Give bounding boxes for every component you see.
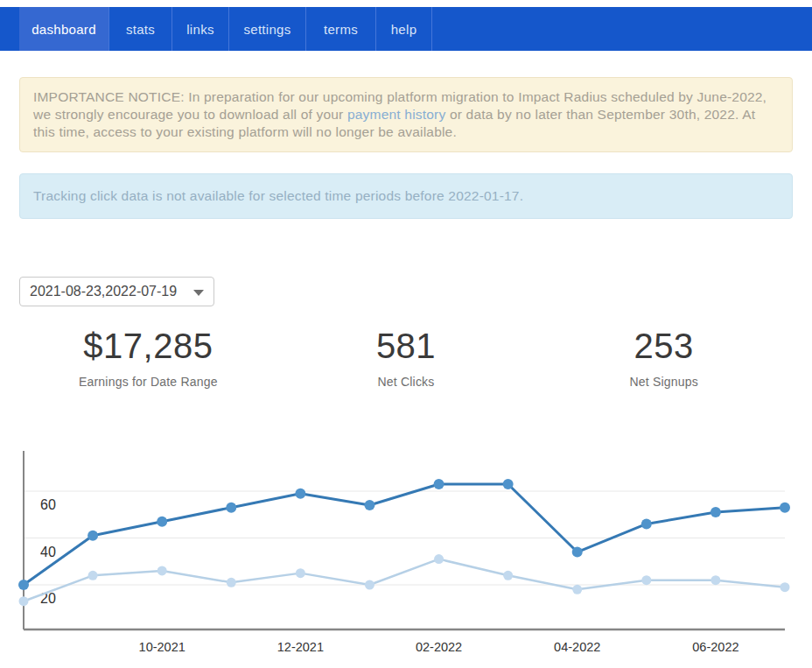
- series-light-blue-point-0[interactable]: [19, 596, 29, 606]
- date-range-value: 2021-08-23,2022-07-19: [30, 284, 177, 299]
- series-light-blue-line: [24, 559, 785, 601]
- chevron-down-icon: [193, 290, 204, 296]
- series-dark-blue-point-8[interactable]: [572, 547, 583, 558]
- chart-y-tick-label: 60: [40, 497, 56, 512]
- series-light-blue-point-4[interactable]: [296, 568, 305, 578]
- chart-x-tick-label: 12-2021: [277, 640, 324, 654]
- nav-tab-stats[interactable]: stats: [109, 7, 172, 51]
- series-light-blue-point-10[interactable]: [710, 575, 720, 585]
- clicks-signups-line-chart: 20406010-202112-202102-202204-202206-202…: [0, 440, 812, 667]
- payment-history-link[interactable]: payment history: [347, 107, 445, 122]
- migration-notice: IMPORTANCE NOTICE: In preparation for ou…: [19, 77, 793, 152]
- series-light-blue-point-11[interactable]: [780, 582, 790, 592]
- tracking-notice-text: Tracking click data is not available for…: [33, 188, 523, 203]
- series-light-blue-point-7[interactable]: [503, 571, 513, 580]
- main-content: IMPORTANCE NOTICE: In preparation for ou…: [0, 77, 812, 667]
- net-signups-label: Net Signups: [535, 375, 793, 389]
- tracking-notice: Tracking click data is not available for…: [19, 173, 793, 219]
- net-clicks-value: 581: [277, 327, 536, 366]
- nav-tab-help[interactable]: help: [376, 7, 432, 51]
- series-light-blue-point-5[interactable]: [365, 580, 374, 590]
- top-navigation: dashboard stats links settings terms hel…: [0, 7, 812, 51]
- chart-x-tick-label: 02-2022: [416, 640, 462, 654]
- stat-net-signups: 253 Net Signups: [535, 327, 793, 389]
- stat-earnings: $17,285 Earnings for Date Range: [19, 327, 277, 389]
- net-clicks-label: Net Clicks: [277, 375, 536, 389]
- nav-tab-links[interactable]: links: [172, 7, 229, 51]
- nav-tab-settings[interactable]: settings: [229, 7, 306, 51]
- series-dark-blue-line: [24, 484, 785, 585]
- series-dark-blue-point-10[interactable]: [710, 507, 721, 517]
- earnings-label: Earnings for Date Range: [19, 375, 277, 389]
- series-light-blue-point-8[interactable]: [572, 585, 582, 594]
- series-dark-blue-point-1[interactable]: [88, 531, 98, 541]
- series-dark-blue-point-4[interactable]: [295, 489, 305, 499]
- stats-row: $17,285 Earnings for Date Range 581 Net …: [19, 327, 793, 389]
- stat-net-clicks: 581 Net Clicks: [277, 327, 536, 389]
- chart-y-tick-label: 40: [40, 545, 56, 559]
- nav-left-spacer: [0, 7, 19, 51]
- series-dark-blue-point-11[interactable]: [780, 503, 790, 513]
- series-dark-blue-point-9[interactable]: [641, 518, 652, 529]
- series-light-blue-point-9[interactable]: [641, 575, 651, 585]
- series-dark-blue-point-0[interactable]: [18, 580, 29, 590]
- series-light-blue-point-3[interactable]: [227, 578, 236, 587]
- chart-x-tick-label: 10-2021: [139, 640, 186, 654]
- nav-tab-dashboard[interactable]: dashboard: [19, 7, 109, 51]
- series-dark-blue-point-2[interactable]: [157, 517, 167, 527]
- net-signups-value: 253: [535, 327, 793, 366]
- chart-x-tick-label: 04-2022: [554, 640, 600, 654]
- series-dark-blue-point-3[interactable]: [226, 503, 236, 513]
- series-dark-blue-point-5[interactable]: [364, 500, 374, 510]
- chart-x-tick-label: 06-2022: [692, 640, 738, 654]
- series-dark-blue-point-6[interactable]: [434, 479, 444, 489]
- series-light-blue-point-1[interactable]: [88, 571, 98, 580]
- chart-section: 20406010-202112-202102-202204-202206-202…: [0, 440, 793, 667]
- series-light-blue-point-6[interactable]: [434, 554, 444, 564]
- series-light-blue-point-2[interactable]: [158, 566, 167, 575]
- earnings-value: $17,285: [19, 327, 277, 366]
- date-range-dropdown[interactable]: 2021-08-23,2022-07-19: [19, 277, 214, 306]
- series-dark-blue-point-7[interactable]: [503, 479, 514, 489]
- nav-tab-terms[interactable]: terms: [306, 7, 376, 51]
